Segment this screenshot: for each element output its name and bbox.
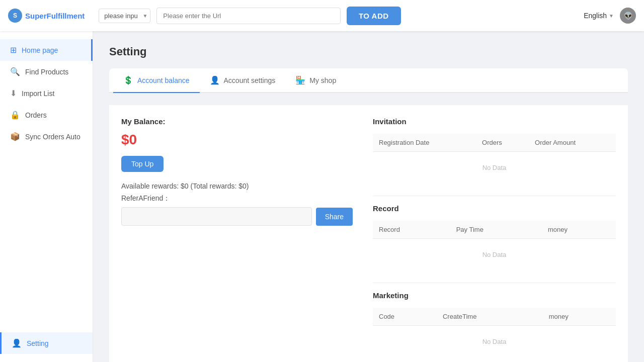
home-icon: ⊞ <box>10 45 17 55</box>
sidebar-item-import-list[interactable]: ⬇ Import List <box>0 82 93 104</box>
sidebar-item-label: Find Products <box>25 68 68 76</box>
tab-my-shop[interactable]: 🏪 My shop <box>285 68 346 93</box>
record-col-2: Pay Time <box>450 221 542 239</box>
balance-label: My Balance: <box>121 117 353 126</box>
refer-input-row: Share <box>121 207 353 226</box>
divider-2 <box>373 283 616 283</box>
sidebar-item-orders[interactable]: 🔒 Orders <box>0 104 93 126</box>
sidebar: ⊞ Home page 🔍 Find Products ⬇ Import Lis… <box>0 31 93 362</box>
refer-label: ReferAFriend： <box>121 194 353 203</box>
invitation-section-title: Invitation <box>373 117 616 128</box>
left-column: My Balance: $0 Top Up Available rewards:… <box>121 117 353 362</box>
marketing-col-1: Code <box>373 308 437 326</box>
to-add-button[interactable]: TO ADD <box>347 7 401 25</box>
sidebar-item-label: Sync Orders Auto <box>25 133 80 141</box>
record-table: Record Pay Time money No Data <box>373 221 616 270</box>
url-input[interactable] <box>156 8 341 24</box>
rewards-value: $0 <box>181 182 189 190</box>
sidebar-item-find-products[interactable]: 🔍 Find Products <box>0 61 93 82</box>
right-column: Invitation Registration Date Orders Orde… <box>373 117 616 362</box>
box-icon: 📦 <box>10 132 20 141</box>
lock-icon: 🔒 <box>10 110 20 120</box>
marketing-col-3: money <box>543 308 616 326</box>
tab-label: Account settings <box>224 76 276 84</box>
content-area: My Balance: $0 Top Up Available rewards:… <box>109 105 628 362</box>
topup-button[interactable]: Top Up <box>121 156 164 172</box>
tab-label: Account balance <box>137 76 190 84</box>
sidebar-bottom: 👤 Setting <box>0 332 93 354</box>
tab-account-balance[interactable]: 💲 Account balance <box>113 68 200 93</box>
page-title: Setting <box>109 45 628 58</box>
record-section-title: Record <box>373 204 616 215</box>
invitation-table: Registration Date Orders Order Amount No… <box>373 134 616 184</box>
search-icon: 🔍 <box>10 67 20 76</box>
tab-label: My shop <box>309 76 336 84</box>
header: S SuperFulfillment please inpu ▼ TO ADD … <box>0 0 644 31</box>
avatar-icon: 👽 <box>624 12 632 20</box>
rewards-label: Available rewards: <box>121 182 179 190</box>
share-button[interactable]: Share <box>316 208 353 226</box>
sidebar-item-sync-orders[interactable]: 📦 Sync Orders Auto <box>0 126 93 147</box>
two-col-layout: My Balance: $0 Top Up Available rewards:… <box>121 117 616 362</box>
language-label: English <box>584 12 607 20</box>
marketing-section-title: Marketing <box>373 291 616 302</box>
sidebar-item-home[interactable]: ⊞ Home page <box>0 39 93 61</box>
divider-1 <box>373 196 616 196</box>
refer-input[interactable] <box>121 207 312 226</box>
chevron-down-icon: ▼ <box>609 13 614 19</box>
invitation-col-2: Orders <box>476 134 529 152</box>
sidebar-item-label: Import List <box>22 89 54 98</box>
person-icon: 👤 <box>210 75 220 85</box>
marketing-col-2: CreateTime <box>437 308 543 326</box>
record-no-data: No Data <box>373 239 616 271</box>
marketing-table: Code CreateTime money No Data <box>373 308 616 357</box>
logo-text: SuperFulfillment <box>25 12 85 20</box>
header-platform-select[interactable]: please inpu <box>99 9 150 23</box>
invitation-col-3: Order Amount <box>529 134 616 152</box>
invitation-col-1: Registration Date <box>373 134 476 152</box>
tab-account-settings[interactable]: 👤 Account settings <box>200 68 286 93</box>
avatar[interactable]: 👽 <box>620 8 636 24</box>
shop-icon: 🏪 <box>295 75 305 85</box>
header-select-wrapper: please inpu ▼ <box>99 9 150 23</box>
rewards-total-label: (Total rewards: <box>191 182 237 190</box>
marketing-no-data: No Data <box>373 326 616 358</box>
main-layout: ⊞ Home page 🔍 Find Products ⬇ Import Lis… <box>0 31 644 362</box>
download-icon: ⬇ <box>10 88 17 98</box>
rewards-total-value: $0) <box>238 182 249 190</box>
content: Setting 💲 Account balance 👤 Account sett… <box>93 31 644 362</box>
sidebar-item-label: Setting <box>27 339 49 347</box>
rewards-text: Available rewards: $0 (Total rewards: $0… <box>121 182 353 190</box>
sidebar-item-label: Home page <box>22 46 58 54</box>
language-selector[interactable]: English ▼ <box>584 12 614 20</box>
sidebar-item-setting[interactable]: 👤 Setting <box>0 332 93 354</box>
logo-area: S SuperFulfillment <box>8 9 85 23</box>
logo-icon: S <box>8 9 22 23</box>
balance-amount: $0 <box>121 132 353 148</box>
sidebar-item-label: Orders <box>25 111 47 119</box>
tabs: 💲 Account balance 👤 Account settings 🏪 M… <box>109 68 628 93</box>
record-col-3: money <box>542 221 616 239</box>
dollar-icon: 💲 <box>123 75 133 85</box>
invitation-no-data: No Data <box>373 152 616 184</box>
record-col-1: Record <box>373 221 450 239</box>
user-icon: 👤 <box>12 338 22 348</box>
